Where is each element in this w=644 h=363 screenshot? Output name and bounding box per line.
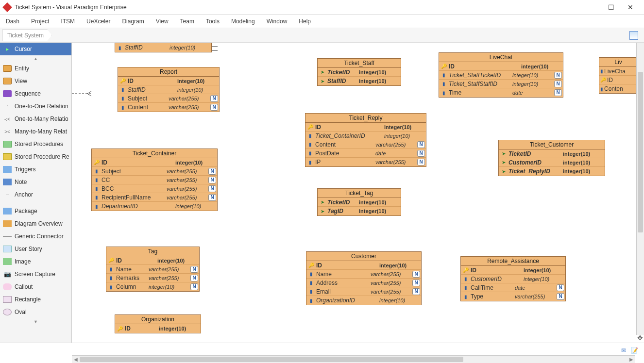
palette-image[interactable]: Image <box>0 255 71 268</box>
entity-ticket-reply[interactable]: Ticket_Reply🔑IDinteger(10)▮Ticket_Contai… <box>305 113 426 167</box>
entity-report[interactable]: Report🔑IDinteger(10)▮StaffIDinteger(10)▮… <box>118 67 220 112</box>
palette-stored-procedures[interactable]: Stored Procedures <box>0 138 71 150</box>
palette-one-many[interactable]: -:<One-to-Many Relatio <box>0 113 71 125</box>
menu-uexceler[interactable]: UeXceler <box>86 18 110 25</box>
menu-window[interactable]: Window <box>267 18 288 25</box>
entity-column[interactable]: ▮Emailvarchar(255)N <box>306 287 421 296</box>
entity-column[interactable]: ▮Subjectvarchar(255)N <box>92 167 217 176</box>
entity-column[interactable]: ➤TicketIDinteger(10) <box>318 68 401 77</box>
menu-diagram[interactable]: Diagram <box>122 18 144 25</box>
entity-column[interactable]: ▮Contentvarchar(255)N <box>118 103 219 112</box>
entity-column[interactable]: 🔑IDinteger(10) <box>305 123 426 132</box>
entity-column[interactable]: 🔑IDinteger(10) <box>115 324 201 333</box>
scroll-thumb[interactable] <box>80 357 463 362</box>
entity-column[interactable]: ▮Subjectvarchar(255)N <box>118 94 219 103</box>
entity-column[interactable]: ➤TicketIDinteger(10) <box>318 198 401 207</box>
entity-column[interactable]: ▮StaffIDinteger(10) <box>118 85 219 94</box>
palette-user-story[interactable]: User Story <box>0 243 71 255</box>
entity-ticket-customer[interactable]: Ticket_Customer➤TicketIDinteger(10)➤Cust… <box>498 140 605 176</box>
entity-column[interactable]: ▮Typevarchar(255)N <box>461 292 565 301</box>
pan-icon[interactable]: ✥ <box>637 334 643 342</box>
entity-column[interactable]: 🔑IDinteger(10) <box>106 256 199 265</box>
entity-column[interactable]: ➤StaffIDinteger(10) <box>318 77 401 85</box>
entity-column[interactable]: ▮TimedateN <box>439 88 563 97</box>
horizontal-scrollbar[interactable]: ◀ ▶ <box>72 355 635 363</box>
entity-column[interactable]: ▮DepartmentIDinteger(10) <box>92 202 217 211</box>
menu-tools[interactable]: Tools <box>206 18 220 25</box>
window-layout-icon[interactable] <box>629 31 638 40</box>
menu-project[interactable]: Project <box>31 18 49 25</box>
entity-partial-top[interactable]: ▮StaffIDinteger(10) <box>115 43 212 52</box>
entity-column[interactable]: ▮IPvarchar(255)N <box>305 158 426 166</box>
entity-column[interactable]: ▮Namevarchar(255)N <box>106 265 199 274</box>
maximize-button[interactable]: ☐ <box>601 3 621 11</box>
entity-column[interactable]: ▮OrganizationIDinteger(10) <box>306 296 421 305</box>
palette-triggers[interactable]: Triggers <box>0 163 71 176</box>
menu-help[interactable]: Help <box>299 18 311 25</box>
entity-column[interactable]: ▮BCCvarchar(255)N <box>92 184 217 193</box>
palette-package[interactable]: Package <box>0 205 71 217</box>
scroll-left[interactable]: ◀ <box>72 357 80 362</box>
entity-column[interactable]: ▮Namevarchar(255)N <box>306 270 421 279</box>
entity-column[interactable]: ▮Contentvarchar(255)N <box>305 140 426 149</box>
menu-team[interactable]: Team <box>180 18 194 25</box>
entity-column[interactable]: 🔑IDinteger(10) <box>92 158 217 167</box>
palette-diagram-overview[interactable]: Diagram Overview <box>0 217 71 230</box>
entity-ticket-tag[interactable]: Ticket_Tag➤TicketIDinteger(10)➤TagIDinte… <box>317 188 401 216</box>
mail-icon[interactable]: ✉ <box>621 347 626 354</box>
palette-screen-capture[interactable]: 📷Screen Capture <box>0 268 71 280</box>
entity-remote-assistance[interactable]: Remote_Assistance🔑IDinteger(10)▮Customer… <box>460 256 566 301</box>
entity-organization[interactable]: Organization🔑IDinteger(10) <box>115 314 201 333</box>
entity-ticket-staff[interactable]: Ticket_Staff➤TicketIDinteger(10)➤StaffID… <box>317 58 401 86</box>
edit-icon[interactable]: 📝 <box>631 347 638 354</box>
entity-column[interactable]: ▮CustomerIDinteger(10) <box>461 275 565 283</box>
palette-many-many[interactable]: ><Many-to-Many Relat <box>0 125 71 138</box>
entity-column[interactable]: ▮Conten <box>599 84 637 93</box>
entity-column[interactable]: 🔑IDinteger(10) <box>306 261 421 270</box>
menu-view[interactable]: View <box>156 18 169 25</box>
palette-view[interactable]: View <box>0 75 71 87</box>
entity-column[interactable]: 🔑IDinteger(10) <box>118 77 219 85</box>
entity-column[interactable]: ➤TagIDinteger(10) <box>318 207 401 215</box>
entity-column[interactable]: ▮Ticket_StaffTicketIDinteger(10)N <box>439 71 563 80</box>
palette-entity[interactable]: Entity <box>0 62 71 75</box>
entity-column[interactable]: ▮Columninteger(10)N <box>106 282 199 291</box>
entity-livechat[interactable]: LiveChat🔑IDinteger(10)▮Ticket_StaffTicke… <box>439 52 563 98</box>
palette-sequence[interactable]: Sequence <box>0 87 71 100</box>
palette-stored-procedure-result[interactable]: Stored Procedure Re <box>0 150 71 163</box>
palette-collapse-up[interactable]: ▲ <box>0 55 71 62</box>
menu-modeling[interactable]: Modeling <box>231 18 255 25</box>
palette-collapse-down[interactable]: ▼ <box>0 318 71 325</box>
entity-column[interactable]: ➤CustomerIDinteger(10) <box>499 158 605 167</box>
entity-column[interactable]: 🔑ID <box>599 76 637 84</box>
breadcrumb[interactable]: Ticket System <box>2 30 52 41</box>
palette-anchor[interactable]: ┄Anchor <box>0 188 71 201</box>
palette-callout[interactable]: Callout <box>0 280 71 293</box>
entity-column[interactable]: ▮Ticket_StaffStaffIDinteger(10)N <box>439 80 563 88</box>
scroll-right[interactable]: ▶ <box>627 357 635 362</box>
entity-column[interactable]: ▮PostDatedateN <box>305 149 426 158</box>
entity-column[interactable]: ▮CallTimedateN <box>461 283 565 292</box>
entity-live-partial[interactable]: Liv▮LiveCha🔑ID▮Conten <box>599 57 638 94</box>
entity-column[interactable]: ▮Ticket_ContainerIDinteger(10) <box>305 132 426 140</box>
vertical-scrollbar[interactable] <box>636 43 644 335</box>
palette-connector[interactable]: Generic Connector <box>0 230 71 243</box>
palette-cursor[interactable]: ▸Cursor <box>0 43 71 55</box>
menu-dash[interactable]: Dash <box>6 18 19 25</box>
diagram-canvas[interactable]: ▮StaffIDinteger(10) Report🔑IDinteger(10)… <box>72 43 644 343</box>
entity-column[interactable]: ▮Addressvarchar(255)N <box>306 279 421 287</box>
palette-oval[interactable]: Oval <box>0 306 71 318</box>
entity-column[interactable]: ▮Remarksvarchar(255)N <box>106 274 199 282</box>
entity-tag[interactable]: Tag🔑IDinteger(10)▮Namevarchar(255)N▮Rema… <box>106 247 200 292</box>
scroll-thumb[interactable] <box>638 72 643 232</box>
entity-ticket-container[interactable]: Ticket_Container🔑IDinteger(10)▮Subjectva… <box>91 148 218 211</box>
palette-rectangle[interactable]: Rectangle <box>0 293 71 306</box>
entity-column[interactable]: ▮CCvarchar(255)N <box>92 176 217 184</box>
entity-column[interactable]: 🔑IDinteger(10) <box>439 62 563 71</box>
palette-note[interactable]: Note <box>0 176 71 188</box>
menu-itsm[interactable]: ITSM <box>61 18 75 25</box>
entity-column[interactable]: ➤TicketIDinteger(10) <box>499 149 605 158</box>
minimize-button[interactable]: — <box>582 3 601 11</box>
close-button[interactable]: ✕ <box>621 3 640 11</box>
palette-one-one[interactable]: -:-One-to-One Relation <box>0 100 71 113</box>
